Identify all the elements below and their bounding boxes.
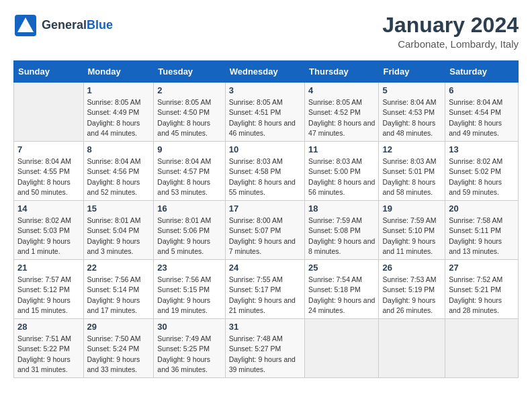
logo: GeneralBlue bbox=[13, 13, 113, 38]
day-number: 17 bbox=[229, 203, 301, 214]
logo-general: General bbox=[42, 18, 87, 32]
day-number: 21 bbox=[17, 263, 80, 273]
day-info: Sunrise: 7:48 AMSunset: 5:27 PMDaylight:… bbox=[229, 334, 301, 375]
day-number: 9 bbox=[157, 144, 221, 154]
page-header: GeneralBlue January 2024 Carbonate, Lomb… bbox=[13, 13, 519, 50]
day-number: 30 bbox=[157, 322, 221, 332]
day-info: Sunrise: 7:59 AMSunset: 5:10 PMDaylight:… bbox=[382, 216, 441, 257]
calendar-cell: 1Sunrise: 8:05 AMSunset: 4:49 PMDaylight… bbox=[83, 83, 154, 142]
day-number: 2 bbox=[157, 85, 221, 95]
calendar-cell: 22Sunrise: 7:56 AMSunset: 5:14 PMDayligh… bbox=[83, 260, 154, 319]
day-info: Sunrise: 7:50 AMSunset: 5:24 PMDaylight:… bbox=[87, 334, 150, 375]
calendar-cell bbox=[445, 319, 519, 378]
calendar-cell: 17Sunrise: 8:00 AMSunset: 5:07 PMDayligh… bbox=[225, 201, 304, 260]
day-info: Sunrise: 8:01 AMSunset: 5:04 PMDaylight:… bbox=[87, 216, 150, 257]
day-number: 8 bbox=[87, 144, 150, 154]
month-title: January 2024 bbox=[382, 13, 519, 37]
calendar-cell: 28Sunrise: 7:51 AMSunset: 5:22 PMDayligh… bbox=[14, 319, 84, 378]
day-info: Sunrise: 7:52 AMSunset: 5:21 PMDaylight:… bbox=[449, 275, 515, 316]
day-info: Sunrise: 8:05 AMSunset: 4:51 PMDaylight:… bbox=[229, 97, 301, 138]
day-info: Sunrise: 8:04 AMSunset: 4:56 PMDaylight:… bbox=[87, 156, 150, 197]
day-number: 18 bbox=[308, 203, 375, 214]
day-info: Sunrise: 8:03 AMSunset: 5:01 PMDaylight:… bbox=[382, 156, 441, 197]
day-number: 29 bbox=[87, 322, 150, 332]
calendar-cell: 30Sunrise: 7:49 AMSunset: 5:25 PMDayligh… bbox=[154, 319, 225, 378]
header-saturday: Saturday bbox=[445, 61, 519, 83]
day-info: Sunrise: 8:03 AMSunset: 4:58 PMDaylight:… bbox=[229, 156, 301, 197]
day-info: Sunrise: 7:49 AMSunset: 5:25 PMDaylight:… bbox=[157, 334, 221, 375]
day-info: Sunrise: 8:04 AMSunset: 4:57 PMDaylight:… bbox=[157, 156, 221, 197]
calendar-cell: 20Sunrise: 7:58 AMSunset: 5:11 PMDayligh… bbox=[445, 201, 519, 260]
day-info: Sunrise: 8:05 AMSunset: 4:50 PMDaylight:… bbox=[157, 97, 221, 138]
calendar-cell: 4Sunrise: 8:05 AMSunset: 4:52 PMDaylight… bbox=[305, 83, 379, 142]
calendar-cell: 7Sunrise: 8:04 AMSunset: 4:55 PMDaylight… bbox=[14, 142, 84, 201]
week-row-4: 21Sunrise: 7:57 AMSunset: 5:12 PMDayligh… bbox=[14, 260, 519, 319]
day-number: 12 bbox=[382, 144, 441, 154]
calendar-cell bbox=[305, 319, 379, 378]
calendar-cell: 8Sunrise: 8:04 AMSunset: 4:56 PMDaylight… bbox=[83, 142, 154, 201]
calendar-cell: 25Sunrise: 7:54 AMSunset: 5:18 PMDayligh… bbox=[305, 260, 379, 319]
calendar-cell: 15Sunrise: 8:01 AMSunset: 5:04 PMDayligh… bbox=[83, 201, 154, 260]
location: Carbonate, Lombardy, Italy bbox=[382, 38, 519, 50]
calendar-cell: 9Sunrise: 8:04 AMSunset: 4:57 PMDaylight… bbox=[154, 142, 225, 201]
logo-icon bbox=[13, 13, 38, 38]
day-number: 22 bbox=[87, 263, 150, 273]
day-number: 26 bbox=[382, 263, 441, 273]
calendar-cell: 18Sunrise: 7:59 AMSunset: 5:08 PMDayligh… bbox=[305, 201, 379, 260]
header-tuesday: Tuesday bbox=[154, 61, 225, 83]
day-info: Sunrise: 8:02 AMSunset: 5:02 PMDaylight:… bbox=[449, 156, 515, 197]
day-info: Sunrise: 7:51 AMSunset: 5:22 PMDaylight:… bbox=[17, 334, 80, 375]
calendar-cell: 24Sunrise: 7:55 AMSunset: 5:17 PMDayligh… bbox=[225, 260, 304, 319]
day-number: 27 bbox=[449, 263, 515, 273]
day-number: 14 bbox=[17, 203, 80, 214]
calendar-cell bbox=[379, 319, 445, 378]
logo-blue: Blue bbox=[87, 18, 113, 32]
calendar-cell bbox=[14, 83, 84, 142]
day-info: Sunrise: 7:56 AMSunset: 5:14 PMDaylight:… bbox=[87, 275, 150, 316]
calendar-cell: 16Sunrise: 8:01 AMSunset: 5:06 PMDayligh… bbox=[154, 201, 225, 260]
calendar-cell: 27Sunrise: 7:52 AMSunset: 5:21 PMDayligh… bbox=[445, 260, 519, 319]
day-number: 7 bbox=[17, 144, 80, 154]
week-row-3: 14Sunrise: 8:02 AMSunset: 5:03 PMDayligh… bbox=[14, 201, 519, 260]
day-number: 16 bbox=[157, 203, 221, 214]
calendar-cell: 23Sunrise: 7:56 AMSunset: 5:15 PMDayligh… bbox=[154, 260, 225, 319]
calendar-cell: 31Sunrise: 7:48 AMSunset: 5:27 PMDayligh… bbox=[225, 319, 304, 378]
day-number: 11 bbox=[308, 144, 375, 154]
day-info: Sunrise: 8:03 AMSunset: 5:00 PMDaylight:… bbox=[308, 156, 375, 197]
day-number: 19 bbox=[382, 203, 441, 214]
day-number: 24 bbox=[229, 263, 301, 273]
day-number: 6 bbox=[449, 85, 515, 95]
calendar-cell: 2Sunrise: 8:05 AMSunset: 4:50 PMDaylight… bbox=[154, 83, 225, 142]
week-row-1: 1Sunrise: 8:05 AMSunset: 4:49 PMDaylight… bbox=[14, 83, 519, 142]
day-number: 15 bbox=[87, 203, 150, 214]
week-row-2: 7Sunrise: 8:04 AMSunset: 4:55 PMDaylight… bbox=[14, 142, 519, 201]
day-number: 25 bbox=[308, 263, 375, 273]
calendar-cell: 6Sunrise: 8:04 AMSunset: 4:54 PMDaylight… bbox=[445, 83, 519, 142]
calendar-cell: 29Sunrise: 7:50 AMSunset: 5:24 PMDayligh… bbox=[83, 319, 154, 378]
calendar-cell: 12Sunrise: 8:03 AMSunset: 5:01 PMDayligh… bbox=[379, 142, 445, 201]
day-number: 23 bbox=[157, 263, 221, 273]
day-info: Sunrise: 8:01 AMSunset: 5:06 PMDaylight:… bbox=[157, 216, 221, 257]
calendar-cell: 10Sunrise: 8:03 AMSunset: 4:58 PMDayligh… bbox=[225, 142, 304, 201]
calendar-table: SundayMondayTuesdayWednesdayThursdayFrid… bbox=[13, 60, 519, 378]
calendar-cell: 11Sunrise: 8:03 AMSunset: 5:00 PMDayligh… bbox=[305, 142, 379, 201]
day-number: 5 bbox=[382, 85, 441, 95]
day-info: Sunrise: 7:55 AMSunset: 5:17 PMDaylight:… bbox=[229, 275, 301, 316]
day-info: Sunrise: 8:00 AMSunset: 5:07 PMDaylight:… bbox=[229, 216, 301, 257]
calendar-cell: 13Sunrise: 8:02 AMSunset: 5:02 PMDayligh… bbox=[445, 142, 519, 201]
day-info: Sunrise: 7:57 AMSunset: 5:12 PMDaylight:… bbox=[17, 275, 80, 316]
calendar-header-row: SundayMondayTuesdayWednesdayThursdayFrid… bbox=[14, 61, 519, 83]
day-number: 28 bbox=[17, 322, 80, 332]
header-monday: Monday bbox=[83, 61, 154, 83]
calendar-cell: 19Sunrise: 7:59 AMSunset: 5:10 PMDayligh… bbox=[379, 201, 445, 260]
header-thursday: Thursday bbox=[305, 61, 379, 83]
calendar-cell: 21Sunrise: 7:57 AMSunset: 5:12 PMDayligh… bbox=[14, 260, 84, 319]
header-sunday: Sunday bbox=[14, 61, 84, 83]
day-number: 10 bbox=[229, 144, 301, 154]
day-number: 1 bbox=[87, 85, 150, 95]
header-wednesday: Wednesday bbox=[225, 61, 304, 83]
day-number: 31 bbox=[229, 322, 301, 332]
day-info: Sunrise: 7:58 AMSunset: 5:11 PMDaylight:… bbox=[449, 216, 515, 257]
day-info: Sunrise: 8:04 AMSunset: 4:53 PMDaylight:… bbox=[382, 97, 441, 138]
day-number: 20 bbox=[449, 203, 515, 214]
